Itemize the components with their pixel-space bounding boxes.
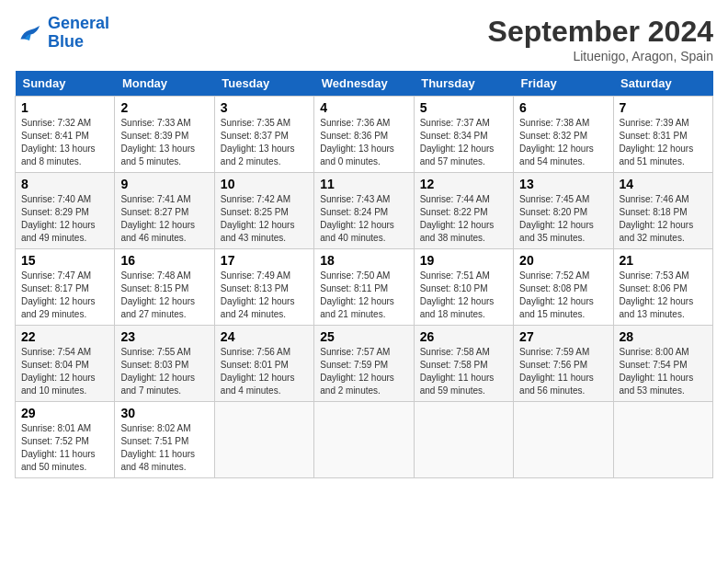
calendar-week-2: 15 Sunrise: 7:47 AMSunset: 8:17 PMDaylig…	[16, 249, 713, 326]
day-number: 6	[519, 100, 607, 115]
day-number: 22	[21, 329, 108, 344]
day-info: Sunrise: 7:35 AMSunset: 8:37 PMDaylight:…	[221, 117, 308, 168]
table-cell: 9 Sunrise: 7:41 AMSunset: 8:27 PMDayligh…	[115, 173, 214, 249]
day-number: 4	[320, 100, 407, 115]
calendar-week-0: 1 Sunrise: 7:32 AMSunset: 8:41 PMDayligh…	[16, 97, 713, 173]
day-info: Sunrise: 7:55 AMSunset: 8:03 PMDaylight:…	[120, 346, 208, 397]
table-cell: 20 Sunrise: 7:52 AMSunset: 8:08 PMDaylig…	[514, 249, 613, 326]
location: Lituenigo, Aragon, Spain	[488, 49, 713, 63]
month-title: September 2024	[488, 15, 713, 49]
day-info: Sunrise: 7:48 AMSunset: 8:15 PMDaylight:…	[120, 270, 208, 321]
day-number: 29	[21, 406, 108, 420]
day-number: 28	[620, 329, 707, 344]
day-info: Sunrise: 7:59 AMSunset: 7:56 PMDaylight:…	[519, 346, 607, 397]
table-cell: 11 Sunrise: 7:43 AMSunset: 8:24 PMDaylig…	[314, 173, 414, 249]
table-cell	[514, 402, 613, 478]
col-friday: Friday	[514, 71, 613, 97]
day-info: Sunrise: 7:36 AMSunset: 8:36 PMDaylight:…	[320, 117, 407, 168]
day-number: 10	[221, 177, 308, 191]
calendar-week-3: 22 Sunrise: 7:54 AMSunset: 8:04 PMDaylig…	[16, 326, 713, 402]
calendar-header: Sunday Monday Tuesday Wednesday Thursday…	[16, 71, 713, 97]
day-number: 21	[620, 253, 707, 268]
table-cell: 30 Sunrise: 8:02 AMSunset: 7:51 PMDaylig…	[115, 402, 214, 478]
day-number: 18	[320, 253, 407, 268]
day-info: Sunrise: 7:58 AMSunset: 7:58 PMDaylight:…	[420, 346, 507, 397]
day-number: 9	[120, 177, 208, 191]
day-info: Sunrise: 7:54 AMSunset: 8:04 PMDaylight:…	[21, 346, 108, 397]
day-info: Sunrise: 7:43 AMSunset: 8:24 PMDaylight:…	[320, 193, 407, 245]
day-info: Sunrise: 7:50 AMSunset: 8:11 PMDaylight:…	[320, 270, 407, 321]
table-cell: 7 Sunrise: 7:39 AMSunset: 8:31 PMDayligh…	[613, 97, 712, 173]
day-number: 14	[620, 177, 707, 191]
col-sunday: Sunday	[16, 71, 115, 97]
table-cell: 24 Sunrise: 7:56 AMSunset: 8:01 PMDaylig…	[214, 326, 313, 402]
table-cell: 19 Sunrise: 7:51 AMSunset: 8:10 PMDaylig…	[414, 249, 513, 326]
table-cell: 23 Sunrise: 7:55 AMSunset: 8:03 PMDaylig…	[115, 326, 214, 402]
table-cell: 13 Sunrise: 7:45 AMSunset: 8:20 PMDaylig…	[514, 173, 613, 249]
table-cell: 6 Sunrise: 7:38 AMSunset: 8:32 PMDayligh…	[514, 97, 613, 173]
table-cell: 10 Sunrise: 7:42 AMSunset: 8:25 PMDaylig…	[214, 173, 313, 249]
day-info: Sunrise: 7:42 AMSunset: 8:25 PMDaylight:…	[221, 193, 308, 245]
table-cell	[214, 402, 313, 478]
calendar-body: 1 Sunrise: 7:32 AMSunset: 8:41 PMDayligh…	[16, 97, 713, 478]
day-info: Sunrise: 8:02 AMSunset: 7:51 PMDaylight:…	[120, 422, 208, 474]
day-info: Sunrise: 7:49 AMSunset: 8:13 PMDaylight:…	[221, 270, 308, 321]
day-number: 1	[21, 100, 108, 115]
day-info: Sunrise: 7:44 AMSunset: 8:22 PMDaylight:…	[420, 193, 507, 245]
table-cell: 18 Sunrise: 7:50 AMSunset: 8:11 PMDaylig…	[314, 249, 414, 326]
table-cell: 16 Sunrise: 7:48 AMSunset: 8:15 PMDaylig…	[115, 249, 214, 326]
table-cell: 26 Sunrise: 7:58 AMSunset: 7:58 PMDaylig…	[414, 326, 513, 402]
table-cell: 1 Sunrise: 7:32 AMSunset: 8:41 PMDayligh…	[16, 97, 115, 173]
day-info: Sunrise: 8:00 AMSunset: 7:54 PMDaylight:…	[620, 346, 707, 397]
day-number: 17	[221, 253, 308, 268]
table-cell	[314, 402, 414, 478]
table-cell: 2 Sunrise: 7:33 AMSunset: 8:39 PMDayligh…	[115, 97, 214, 173]
day-number: 19	[420, 253, 507, 268]
table-cell: 21 Sunrise: 7:53 AMSunset: 8:06 PMDaylig…	[613, 249, 712, 326]
logo-icon	[15, 18, 44, 48]
day-info: Sunrise: 7:33 AMSunset: 8:39 PMDaylight:…	[120, 117, 208, 168]
calendar-table: Sunday Monday Tuesday Wednesday Thursday…	[15, 71, 713, 478]
table-cell: 25 Sunrise: 7:57 AMSunset: 7:59 PMDaylig…	[314, 326, 414, 402]
col-wednesday: Wednesday	[314, 71, 414, 97]
day-number: 12	[420, 177, 507, 191]
day-number: 27	[519, 329, 607, 344]
title-block: September 2024 Lituenigo, Aragon, Spain	[488, 15, 713, 63]
day-info: Sunrise: 7:46 AMSunset: 8:18 PMDaylight:…	[620, 193, 707, 245]
table-cell: 4 Sunrise: 7:36 AMSunset: 8:36 PMDayligh…	[314, 97, 414, 173]
table-cell	[613, 402, 712, 478]
day-number: 25	[320, 329, 407, 344]
day-number: 30	[120, 406, 208, 420]
table-cell: 17 Sunrise: 7:49 AMSunset: 8:13 PMDaylig…	[214, 249, 313, 326]
table-cell: 3 Sunrise: 7:35 AMSunset: 8:37 PMDayligh…	[214, 97, 313, 173]
table-cell: 27 Sunrise: 7:59 AMSunset: 7:56 PMDaylig…	[514, 326, 613, 402]
day-number: 5	[420, 100, 507, 115]
day-info: Sunrise: 7:51 AMSunset: 8:10 PMDaylight:…	[420, 270, 507, 321]
day-info: Sunrise: 7:45 AMSunset: 8:20 PMDaylight:…	[519, 193, 607, 245]
day-info: Sunrise: 7:57 AMSunset: 7:59 PMDaylight:…	[320, 346, 407, 397]
day-number: 15	[21, 253, 108, 268]
calendar-week-1: 8 Sunrise: 7:40 AMSunset: 8:29 PMDayligh…	[16, 173, 713, 249]
header-row: Sunday Monday Tuesday Wednesday Thursday…	[16, 71, 713, 97]
table-cell: 28 Sunrise: 8:00 AMSunset: 7:54 PMDaylig…	[613, 326, 712, 402]
logo: General Blue	[15, 15, 109, 52]
day-number: 11	[320, 177, 407, 191]
table-cell: 5 Sunrise: 7:37 AMSunset: 8:34 PMDayligh…	[414, 97, 513, 173]
day-number: 16	[120, 253, 208, 268]
day-number: 7	[620, 100, 707, 115]
day-number: 8	[21, 177, 108, 191]
logo-text: General Blue	[48, 15, 109, 52]
day-info: Sunrise: 7:41 AMSunset: 8:27 PMDaylight:…	[120, 193, 208, 245]
day-info: Sunrise: 7:40 AMSunset: 8:29 PMDaylight:…	[21, 193, 108, 245]
table-cell: 22 Sunrise: 7:54 AMSunset: 8:04 PMDaylig…	[16, 326, 115, 402]
day-info: Sunrise: 7:56 AMSunset: 8:01 PMDaylight:…	[221, 346, 308, 397]
day-info: Sunrise: 8:01 AMSunset: 7:52 PMDaylight:…	[21, 422, 108, 474]
day-info: Sunrise: 7:37 AMSunset: 8:34 PMDaylight:…	[420, 117, 507, 168]
table-cell: 29 Sunrise: 8:01 AMSunset: 7:52 PMDaylig…	[16, 402, 115, 478]
table-cell: 15 Sunrise: 7:47 AMSunset: 8:17 PMDaylig…	[16, 249, 115, 326]
col-saturday: Saturday	[613, 71, 712, 97]
day-number: 2	[120, 100, 208, 115]
day-number: 23	[120, 329, 208, 344]
col-monday: Monday	[115, 71, 214, 97]
day-info: Sunrise: 7:38 AMSunset: 8:32 PMDaylight:…	[519, 117, 607, 168]
